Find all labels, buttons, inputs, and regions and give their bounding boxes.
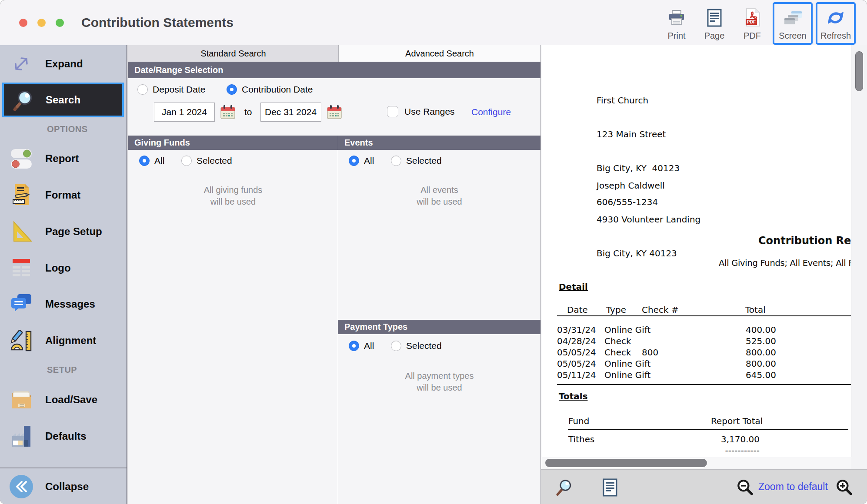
giving-funds-all-radio[interactable]: [139, 156, 150, 166]
payment-types-note: All payment types will be used: [338, 370, 540, 394]
expand-arrows-icon: [9, 51, 34, 76]
folder-icon: [9, 387, 34, 412]
events-selected-radio[interactable]: [391, 156, 401, 166]
deposit-date-label[interactable]: Deposit Date: [153, 84, 205, 95]
sidebar-item-defaults[interactable]: Defaults: [0, 422, 127, 450]
events-all-radio[interactable]: [349, 156, 359, 166]
zoom-out-button[interactable]: [736, 478, 754, 497]
app-window: Contribution Statements Print Page PDF P…: [0, 0, 867, 504]
detail-heading: Detail: [559, 282, 588, 292]
sidebar-item-expand[interactable]: Expand: [0, 50, 127, 78]
title-bar: Contribution Statements Print Page PDF P…: [0, 0, 867, 45]
report-preview-pane: First Church 123 Main Street Big City, K…: [540, 45, 867, 504]
sidebar-item-search[interactable]: Search: [2, 83, 124, 117]
events-all-label[interactable]: All: [364, 156, 374, 166]
deposit-date-radio[interactable]: [137, 84, 148, 95]
vertical-scrollbar[interactable]: [851, 45, 867, 469]
column-divider: [338, 136, 338, 504]
payment-types-selected-option[interactable]: Selected: [391, 341, 442, 351]
contribution-date-option[interactable]: Contribution Date: [227, 84, 313, 95]
sidebar-divider: [0, 468, 127, 468]
sidebar-item-format[interactable]: Format: [0, 181, 127, 209]
payment-types-all-option[interactable]: All: [349, 341, 374, 351]
horizontal-scrollbar-thumb[interactable]: [545, 459, 707, 467]
tab-standard-search[interactable]: Standard Search: [128, 45, 339, 62]
payment-types-header: Payment Types: [338, 320, 540, 334]
vertical-scrollbar-thumb[interactable]: [855, 51, 863, 91]
print-button[interactable]: Print: [659, 2, 694, 45]
use-ranges-checkbox[interactable]: [387, 106, 398, 117]
use-ranges-option[interactable]: Use Ranges: [387, 106, 455, 117]
col-type: Type: [606, 304, 626, 315]
use-ranges-label[interactable]: Use Ranges: [404, 106, 455, 117]
zoom-to-default-link[interactable]: Zoom to default: [758, 481, 828, 493]
contribution-date-label[interactable]: Contribution Date: [242, 84, 313, 95]
sidebar-item-alignment[interactable]: Alignment: [0, 327, 127, 355]
contribution-date-radio[interactable]: [227, 84, 237, 95]
sidebar-item-report[interactable]: Report: [0, 145, 127, 172]
window-title: Contribution Statements: [81, 0, 233, 45]
sidebar-item-label: Expand: [45, 58, 83, 70]
sidebar-item-label: Page Setup: [45, 225, 102, 238]
tab-advanced-search[interactable]: Advanced Search: [339, 45, 540, 62]
payment-types-selected-radio[interactable]: [391, 341, 401, 351]
deposit-date-option[interactable]: Deposit Date: [137, 84, 205, 95]
page-icon: [707, 9, 722, 29]
configure-link[interactable]: Configure: [471, 107, 511, 117]
format-doc-icon: [9, 182, 34, 208]
sidebar-item-messages[interactable]: Messages: [0, 290, 127, 318]
payment-types-all-radio[interactable]: [349, 341, 359, 351]
screen-button[interactable]: Screen: [773, 2, 813, 45]
close-button[interactable]: [19, 19, 27, 27]
giving-funds-selected-label[interactable]: Selected: [197, 156, 232, 166]
sidebar-item-collapse[interactable]: Collapse: [0, 473, 127, 501]
horizontal-scrollbar[interactable]: [542, 457, 851, 469]
giving-funds-selected-option[interactable]: Selected: [181, 156, 232, 166]
maximize-button[interactable]: [56, 19, 64, 27]
events-selected-label[interactable]: Selected: [406, 156, 442, 166]
start-date-calendar-button[interactable]: [220, 104, 236, 120]
payment-types-all-label[interactable]: All: [364, 341, 374, 351]
to-label: to: [244, 107, 252, 117]
col-total: Total: [745, 304, 766, 315]
search-panel: Standard Search Advanced Search Date/Ran…: [128, 45, 540, 504]
sidebar-item-label: Report: [45, 153, 79, 165]
sidebar-section-setup: SETUP: [47, 365, 77, 375]
drafting-tools-icon: [9, 328, 34, 353]
end-date-calendar-button[interactable]: [326, 104, 343, 120]
preview-page-button[interactable]: [603, 478, 617, 497]
sidebar-item-load-save[interactable]: Load/Save: [0, 386, 127, 414]
preview-search-button[interactable]: [555, 477, 574, 497]
events-selected-option[interactable]: Selected: [391, 156, 442, 166]
pdf-button[interactable]: PDF PDF: [735, 2, 770, 45]
start-date-input[interactable]: [154, 103, 215, 122]
print-label: Print: [667, 31, 685, 41]
zoom-in-button[interactable]: [835, 478, 853, 497]
refresh-label: Refresh: [820, 31, 851, 41]
refresh-button[interactable]: Refresh: [816, 2, 856, 45]
page-button[interactable]: Page: [697, 2, 732, 45]
screen-label: Screen: [779, 31, 806, 41]
giving-funds-all-option[interactable]: All: [139, 156, 164, 166]
sidebar: Expand Search OPTIONS Report Format Page…: [0, 45, 127, 504]
detail-bottom-rule: [557, 384, 851, 385]
minimize-button[interactable]: [37, 19, 46, 27]
pdf-label: PDF: [744, 31, 761, 41]
report-title: Contribution Report: [758, 235, 851, 247]
magnifier-icon: [555, 491, 574, 498]
sidebar-item-logo[interactable]: Logo: [0, 254, 127, 282]
sidebar-item-label: Collapse: [45, 481, 89, 493]
date-range-header: Date/Range Selection: [128, 62, 540, 78]
events-all-option[interactable]: All: [349, 156, 374, 166]
sidebar-item-label: Messages: [45, 298, 95, 310]
sidebar-section-options: OPTIONS: [47, 124, 88, 134]
sidebar-item-page-setup[interactable]: Page Setup: [0, 218, 127, 245]
giving-funds-all-label[interactable]: All: [154, 156, 164, 166]
giving-funds-selected-radio[interactable]: [181, 156, 192, 166]
end-date-input[interactable]: [260, 103, 321, 122]
printer-icon: [667, 10, 686, 29]
refresh-icon: [826, 9, 846, 29]
sidebar-item-label: Defaults: [45, 430, 87, 442]
payment-types-selected-label[interactable]: Selected: [406, 341, 442, 351]
pdf-icon: PDF: [744, 8, 760, 29]
